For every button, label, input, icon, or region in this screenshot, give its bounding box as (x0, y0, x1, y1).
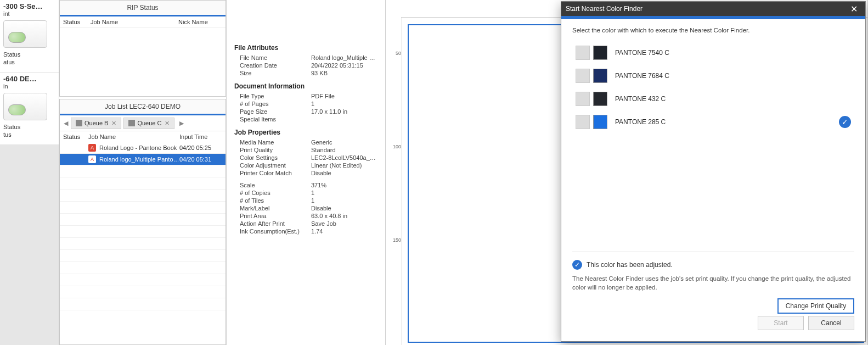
ruler-tick: 50 (389, 51, 401, 56)
th-job: Job Name (91, 19, 178, 25)
queue-close-icon[interactable]: ✕ (165, 120, 170, 127)
printer-status: Status (3, 51, 55, 58)
section-doc-info: Document Information (234, 82, 377, 90)
jh-job: Job Name (88, 133, 179, 140)
k: Printer Color Match (240, 170, 311, 176)
queue-tabs: ◀ Queue B ✕ Queue C ✕ ▶ (60, 115, 226, 131)
printer-title: -640 DE… (3, 75, 55, 83)
k: Media Name (240, 139, 311, 146)
v: Save Job (311, 220, 377, 227)
job-name: Roland logo_Multiple Panton… (99, 156, 179, 163)
v: 1.74 (311, 228, 377, 235)
k: Mark/Label (240, 205, 311, 212)
queue-close-icon[interactable]: ✕ (111, 120, 116, 127)
k: Page Size (240, 108, 311, 115)
color-row[interactable]: PANTONE 7540 C (572, 41, 854, 64)
v: PDF File (311, 93, 377, 99)
printer-status2: tus (3, 131, 55, 138)
job-time: 04/20 05:31 (179, 156, 222, 163)
swatch-target (593, 92, 607, 106)
queue-tab-label: Queue B (84, 120, 108, 126)
color-name: PANTONE 7684 C (615, 72, 851, 80)
color-list: PANTONE 7540 C PANTONE 7684 C PANTONE 43… (572, 41, 854, 133)
rip-table-head: Status Job Name Nick Name (60, 16, 226, 28)
rip-body (60, 28, 226, 91)
v: Disable (311, 170, 377, 176)
job-time: 04/20 05:25 (179, 144, 222, 151)
k: # of Tiles (240, 197, 311, 204)
check-icon: ✓ (839, 116, 851, 128)
printer-status: Status (3, 124, 55, 130)
v: 1 (311, 197, 377, 204)
k: Scale (240, 182, 311, 188)
k: Creation Date (240, 62, 311, 69)
ruler-tick: 150 (389, 237, 401, 243)
swatch-target (593, 46, 607, 60)
k: Size (240, 70, 311, 76)
printer-card[interactable]: -640 DE… in Status tus (0, 73, 59, 145)
color-name: PANTONE 432 C (615, 95, 851, 103)
swatch-original (576, 92, 590, 106)
v (311, 116, 377, 123)
k: Print Area (240, 213, 311, 219)
section-job-props: Job Properties (234, 129, 377, 136)
k: Color Adjustment (240, 162, 311, 169)
swatch-original (576, 69, 590, 83)
section-file-attributes: File Attributes (234, 44, 377, 52)
color-row[interactable]: PANTONE 7684 C (572, 64, 854, 87)
k: # of Copies (240, 190, 311, 196)
color-row[interactable]: PANTONE 432 C (572, 87, 854, 110)
rip-status-title: RIP Status (60, 1, 226, 16)
queue-tab-label: Queue C (137, 120, 161, 126)
queue-tab-c[interactable]: Queue C ✕ (123, 118, 174, 129)
job-fill (60, 165, 226, 344)
queue-icon (76, 120, 82, 126)
v: Standard (311, 147, 377, 153)
v: 63.0 x 40.8 in (311, 213, 377, 219)
color-row[interactable]: PANTONE 285 C ✓ (572, 110, 854, 133)
k: Ink Consumption(Est.) (240, 228, 311, 235)
swatch-target (593, 115, 607, 129)
jobs-column: RIP Status Status Job Name Nick Name Job… (59, 0, 227, 345)
swatch-target (593, 69, 607, 83)
printer-icon (3, 20, 47, 48)
k: Special Items (240, 116, 311, 123)
ruler-vertical: 50 100 150 (394, 18, 402, 345)
change-print-quality-button[interactable]: Change Print Quality (777, 298, 854, 314)
v: Roland logo_Multiple Pan… (311, 54, 377, 61)
printer-status2: atus (3, 59, 55, 65)
close-icon[interactable]: ✕ (847, 4, 861, 14)
v: Generic (311, 139, 377, 146)
printer-card[interactable]: -300 S-Se… int Status atus (0, 0, 59, 73)
queue-prev-icon[interactable]: ◀ (61, 117, 71, 129)
info-note: The Nearest Color Finder uses the job's … (572, 274, 854, 292)
queue-next-icon[interactable]: ▶ (177, 117, 187, 129)
pdf-icon: A (88, 144, 96, 152)
start-button[interactable]: Start (758, 316, 804, 330)
swatch-original (576, 115, 590, 129)
v: Linear (Not Edited) (311, 162, 377, 169)
joblist-title: Job List LEC2-640 DEMO (60, 99, 226, 115)
printer-sub: int (3, 10, 55, 17)
pdf-icon: A (88, 155, 96, 163)
cancel-button[interactable]: Cancel (808, 316, 854, 330)
printer-title: -300 S-Se… (3, 2, 55, 10)
queue-tab-b[interactable]: Queue B ✕ (71, 118, 121, 129)
job-row[interactable]: A Roland logo_Multiple Panton… 04/20 05:… (60, 154, 226, 165)
printer-icon (3, 93, 47, 120)
k: Print Quality (240, 147, 311, 153)
v: 1 (311, 190, 377, 196)
printer-list: -300 S-Se… int Status atus -640 DE… in S… (0, 0, 59, 345)
job-row[interactable]: A Roland Logo - Pantone Book 04/20 05:25 (60, 142, 226, 154)
v: LEC2-8LcolLV5040a_GenerL… (311, 154, 377, 161)
dialog-titlebar[interactable]: Start Nearest Color Finder ✕ (561, 2, 865, 16)
th-nick: Nick Name (178, 19, 222, 25)
dialog-title: Start Nearest Color Finder (566, 5, 642, 13)
nearest-color-finder-dialog: Start Nearest Color Finder ✕ Select the … (561, 1, 866, 342)
k: File Name (240, 54, 311, 61)
k: File Type (240, 93, 311, 99)
v: 20/4/2022 05:31:15 (311, 62, 377, 69)
printer-sub: in (3, 83, 55, 90)
dialog-info: ✓ This color has been adjusted. The Near… (572, 252, 854, 336)
check-icon: ✓ (572, 260, 582, 270)
